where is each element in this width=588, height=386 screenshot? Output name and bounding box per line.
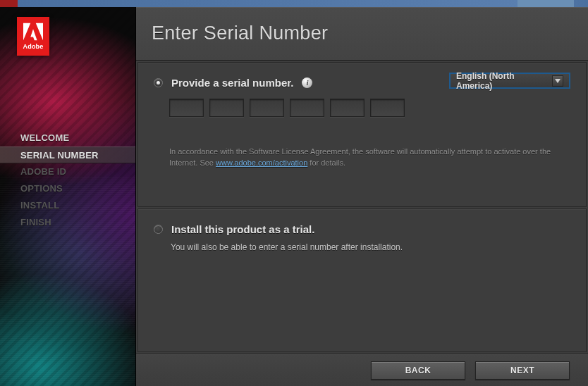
- nav-install: INSTALL: [0, 197, 135, 214]
- wizard-steps: WELCOME SERIAL NUMBER ADOBE ID OPTIONS I…: [0, 130, 135, 231]
- serial-box-5[interactable]: [330, 99, 365, 117]
- nav-serial-number[interactable]: SERIAL NUMBER: [0, 147, 135, 163]
- serial-panel: Provide a serial number. i English (Nort…: [137, 62, 587, 207]
- serial-input-group: [169, 99, 570, 117]
- radio-install-trial[interactable]: [154, 225, 163, 234]
- serial-box-6[interactable]: [370, 99, 405, 117]
- serial-box-4[interactable]: [290, 99, 324, 117]
- trial-option-label: Install this product as a trial.: [171, 223, 314, 235]
- title-bar: Enter Serial Number: [136, 7, 588, 61]
- nav-welcome[interactable]: WELCOME: [0, 130, 135, 147]
- info-icon[interactable]: i: [302, 77, 312, 88]
- adobe-logo-text: Adobe: [23, 43, 44, 50]
- serial-box-1[interactable]: [169, 99, 204, 117]
- license-agreement-text: In accordance with the Software License …: [169, 147, 570, 169]
- adobe-logo: Adobe: [17, 17, 49, 56]
- window-titlebar: [0, 0, 588, 7]
- page-title: Enter Serial Number: [152, 23, 328, 44]
- serial-box-3[interactable]: [250, 99, 284, 117]
- serial-option-label: Provide a serial number.: [171, 77, 293, 89]
- nav-adobe-id: ADOBE ID: [0, 163, 135, 180]
- serial-box-2[interactable]: [209, 99, 244, 117]
- nav-finish: FINISH: [0, 214, 135, 231]
- main-panel: Enter Serial Number Provide a serial num…: [135, 7, 588, 386]
- footer-bar: BACK NEXT: [136, 354, 588, 386]
- chevron-down-icon: [552, 75, 563, 87]
- activation-link[interactable]: www.adobe.com/activation: [216, 158, 307, 167]
- radio-provide-serial[interactable]: [154, 78, 163, 87]
- back-button[interactable]: BACK: [371, 361, 465, 380]
- nav-options: OPTIONS: [0, 180, 135, 197]
- sidebar: Adobe WELCOME SERIAL NUMBER ADOBE ID OPT…: [0, 7, 135, 386]
- language-select[interactable]: English (North America): [449, 73, 570, 89]
- trial-panel: Install this product as a trial. You wil…: [137, 208, 587, 352]
- content-area: Provide a serial number. i English (Nort…: [136, 61, 588, 354]
- language-selected: English (North America): [456, 71, 552, 91]
- trial-subtext: You will also be able to enter a serial …: [171, 242, 570, 252]
- adobe-a-icon: [23, 23, 43, 41]
- next-button[interactable]: NEXT: [475, 361, 570, 380]
